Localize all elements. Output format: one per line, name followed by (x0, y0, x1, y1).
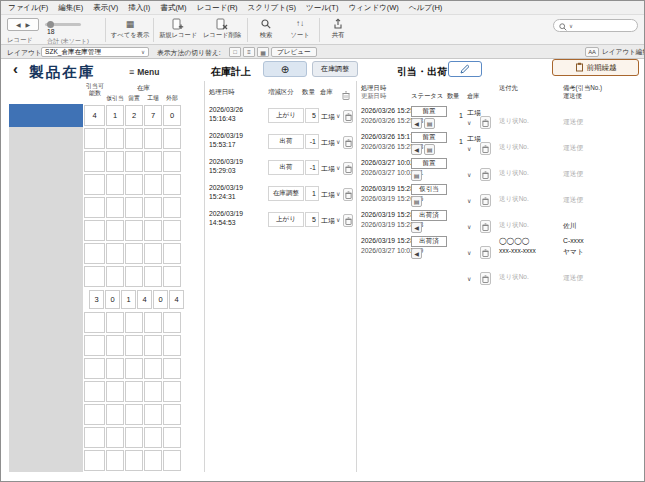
stock-cell[interactable] (163, 335, 181, 356)
status-badge[interactable]: 仮引当 (411, 184, 447, 195)
delete-allocation-button[interactable] (480, 272, 491, 285)
sort-button[interactable]: ↑↓ ソート (285, 17, 315, 40)
schedule-button[interactable]: ▤ (411, 196, 422, 207)
remark-field[interactable]: C-xxxx (563, 237, 584, 244)
alloc-warehouse-field[interactable]: 工場 (467, 134, 481, 144)
entry-type-field[interactable]: 上がり (268, 108, 304, 123)
row-selector[interactable] (9, 219, 83, 242)
entry-warehouse-field[interactable]: 工場 (321, 112, 335, 122)
alloc-qty-field[interactable]: 1 (449, 138, 463, 145)
row-selector[interactable] (9, 311, 83, 334)
stock-cell[interactable] (84, 151, 105, 172)
stock-cell[interactable]: 4 (84, 105, 105, 126)
entry-qty-field[interactable]: -1 (305, 160, 319, 175)
stock-adjust-button[interactable]: 在庫調整 (312, 61, 358, 77)
stock-cell[interactable] (163, 358, 181, 379)
stock-cell[interactable] (163, 128, 181, 149)
stock-cell[interactable] (125, 312, 143, 333)
form-view-button[interactable]: □ (229, 47, 241, 57)
stock-cell[interactable] (125, 243, 143, 264)
table-view-button[interactable]: ▦ (257, 47, 269, 57)
undo-status-button[interactable]: ◀ (411, 144, 422, 155)
delete-allocation-button[interactable] (480, 168, 491, 181)
entry-warehouse-field[interactable]: 工場 (321, 164, 335, 174)
stock-cell[interactable] (144, 427, 162, 448)
find-button[interactable]: 検索 (251, 17, 281, 40)
entry-date[interactable]: 2026/03/26 (209, 106, 243, 113)
new-record-button[interactable]: 新規レコード (157, 17, 199, 40)
stock-cell[interactable] (125, 335, 143, 356)
invoice-no-field[interactable]: 送り状No. (499, 221, 529, 230)
delete-record-button[interactable]: レコード削除 (201, 17, 243, 40)
stock-cell[interactable] (84, 450, 105, 471)
stock-cell[interactable] (125, 197, 143, 218)
quick-find-input[interactable]: ∨ (553, 19, 638, 32)
share-button[interactable]: 共有 (323, 17, 353, 40)
stock-cell[interactable] (144, 128, 162, 149)
entry-warehouse-field[interactable]: 工場 (321, 190, 335, 200)
entry-date[interactable]: 2026/03/19 (209, 132, 243, 139)
stock-cell[interactable] (106, 312, 124, 333)
stock-cell[interactable] (144, 151, 162, 172)
stock-cell[interactable] (106, 197, 124, 218)
menu-tools[interactable]: ツール(T) (301, 3, 343, 13)
entry-qty-field[interactable]: 5 (305, 108, 319, 123)
alloc-qty-field[interactable]: 1 (449, 112, 463, 119)
stock-cell[interactable] (106, 381, 124, 402)
stock-cell[interactable] (163, 450, 181, 471)
prev-record-icon[interactable]: ◀ (16, 21, 21, 28)
stock-cell[interactable] (125, 404, 143, 425)
row-selector[interactable] (9, 173, 83, 196)
delete-entry-button[interactable] (343, 214, 353, 227)
invoice-no-field[interactable]: 送り状No. (499, 273, 529, 282)
schedule-button[interactable]: ▤ (411, 170, 422, 181)
row-selector[interactable] (9, 265, 83, 288)
stock-cell[interactable] (125, 174, 143, 195)
stock-cell[interactable] (84, 381, 105, 402)
record-slider-knob[interactable] (47, 21, 54, 28)
entry-time[interactable]: 15:16:43 (209, 115, 235, 122)
entry-warehouse-field[interactable]: 工場 (321, 216, 335, 226)
stock-cell[interactable] (144, 381, 162, 402)
stock-cell[interactable] (106, 220, 124, 241)
stock-cell[interactable]: 2 (125, 105, 143, 126)
invoice-no-field[interactable]: 送り状No. (499, 169, 529, 178)
chevron-down-icon[interactable]: ∨ (467, 145, 471, 152)
stock-cell[interactable] (144, 174, 162, 195)
stock-cell[interactable] (84, 128, 105, 149)
entry-time[interactable]: 14:54:53 (209, 219, 235, 226)
status-badge[interactable]: 留置 (411, 158, 447, 169)
entry-time[interactable]: 15:29:03 (209, 167, 235, 174)
entry-qty-field[interactable]: -1 (305, 134, 319, 149)
stock-cell[interactable] (144, 197, 162, 218)
status-badge[interactable]: 留置 (411, 106, 447, 117)
stock-cell[interactable] (84, 243, 105, 264)
stock-cell[interactable] (84, 335, 105, 356)
record-nav[interactable]: ◀ ▶ (7, 18, 39, 31)
delete-entry-button[interactable] (343, 162, 353, 175)
row-selector[interactable] (9, 426, 83, 449)
stock-cell[interactable]: 1 (106, 105, 124, 126)
row-selector[interactable] (9, 104, 83, 127)
stock-cell[interactable] (106, 266, 124, 287)
chevron-down-icon[interactable]: ∨ (467, 119, 471, 126)
row-selector[interactable] (9, 242, 83, 265)
menu-scripts[interactable]: スクリプト(S) (243, 3, 301, 13)
menu-records[interactable]: レコード(R) (192, 3, 243, 13)
stock-cell[interactable] (84, 220, 105, 241)
courier-field[interactable]: 運送便 (563, 117, 583, 127)
stock-cell[interactable] (125, 381, 143, 402)
stock-cell[interactable] (84, 197, 105, 218)
carryover-button[interactable]: 前期繰越 (552, 59, 639, 76)
undo-status-button[interactable]: ◀ (411, 248, 422, 259)
stock-cell[interactable] (106, 128, 124, 149)
stock-cell[interactable]: 4 (137, 290, 152, 309)
row-selector[interactable] (9, 403, 83, 426)
menu-help[interactable]: ヘルプ(H) (404, 3, 447, 13)
chevron-down-icon[interactable]: ∨ (336, 164, 340, 171)
menu-view[interactable]: 表示(V) (88, 3, 123, 13)
edit-allocation-button[interactable] (448, 61, 482, 77)
entry-date[interactable]: 2026/03/19 (209, 184, 243, 191)
row-selector[interactable] (9, 288, 83, 311)
chevron-down-icon[interactable]: ∨ (336, 138, 340, 145)
